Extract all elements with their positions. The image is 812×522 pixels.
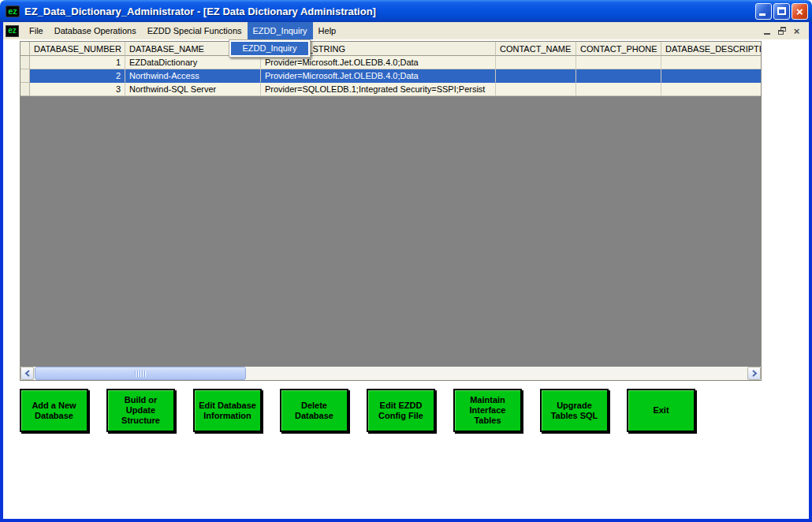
cell-contact-name[interactable] [496, 83, 576, 96]
chevron-left-icon [24, 370, 31, 377]
edit-ezdd-config-file-button[interactable]: Edit EZDD Config File [367, 389, 435, 432]
cell-database-description[interactable] [661, 83, 761, 96]
menu-ezdd-special-functions[interactable]: EZDD Special Functions [142, 22, 248, 39]
table-row[interactable]: 3 Northwind-SQL Server Provider=SQLOLEDB… [20, 83, 761, 96]
grid-corner-stub [20, 42, 30, 56]
scroll-right-button[interactable] [747, 367, 761, 380]
table-row-selected[interactable]: 2 Northwind-Access Provider=Microsoft.Je… [20, 69, 761, 83]
menu-database-operations[interactable]: Database Operations [49, 22, 142, 39]
cell-database-name[interactable]: Northwind-SQL Server [125, 83, 261, 96]
ez-app-icon[interactable]: ez [6, 6, 20, 17]
mdi-minimize-button[interactable] [761, 25, 773, 36]
maintain-interface-tables-button[interactable]: Maintain Interface Tables [453, 389, 522, 432]
add-new-database-button[interactable]: Add a New Database [20, 389, 88, 432]
mdi-minimize-icon [764, 33, 770, 35]
window-body: ez File Database Operations EZDD Special… [0, 22, 812, 522]
ezdd-inquiry-dropdown-menu: EZDD_Inquiry [229, 39, 311, 58]
minimize-button[interactable] [755, 3, 772, 20]
title-bar[interactable]: ez EZ_Data_Dictionary_Administrator - [E… [0, 0, 812, 22]
row-selector[interactable] [20, 56, 30, 69]
menu-ezdd-inquiry[interactable]: EZDD_Inquiry [248, 22, 313, 39]
scrollbar-thumb[interactable] [35, 367, 246, 380]
cell-database-description[interactable] [661, 56, 761, 69]
edit-database-information-button[interactable]: Edit Database Information [193, 389, 262, 432]
mdi-restore-button[interactable] [776, 25, 788, 36]
cell-contact-phone[interactable] [576, 83, 661, 96]
row-selector[interactable] [20, 83, 30, 96]
cell-contact-phone[interactable] [576, 56, 661, 69]
window-title: EZ_Data_Dictionary_Administrator - [EZ D… [24, 6, 755, 17]
grid-empty-area [20, 96, 761, 367]
horizontal-scrollbar[interactable] [20, 367, 761, 380]
mdi-close-icon: × [794, 26, 800, 36]
cell-database-number[interactable]: 2 [30, 69, 125, 83]
action-buttons-row: Add a New Database Build or Update Struc… [20, 389, 695, 432]
cell-database-name[interactable]: EZDataDictionary [125, 56, 261, 69]
cell-database-number[interactable]: 1 [30, 56, 125, 69]
menu-help[interactable]: Help [313, 22, 342, 39]
window-controls: × [755, 3, 808, 20]
mdi-restore-icon [778, 27, 786, 35]
table-row[interactable]: 1 EZDataDictionary Provider=Microsoft.Je… [20, 56, 761, 69]
mdi-window-controls: × [761, 22, 809, 39]
app-window: ez EZ_Data_Dictionary_Administrator - [E… [0, 0, 812, 522]
minimize-icon [759, 13, 765, 16]
build-update-structure-button[interactable]: Build or Update Structure [106, 389, 175, 432]
cell-contact-name[interactable] [496, 56, 576, 69]
menu-file[interactable]: File [24, 22, 49, 39]
column-header-contact-phone: CONTACT_PHONE [576, 42, 661, 56]
upgrade-tables-sql-button[interactable]: Upgrade Tables SQL [540, 389, 609, 432]
scrollbar-track[interactable] [34, 367, 747, 380]
mdi-close-button[interactable]: × [791, 25, 803, 36]
close-icon: × [792, 4, 807, 19]
grid-header-row: DATABASE_NUMBER DATABASE_NAME CONNECT_ST… [20, 42, 761, 56]
column-header-database-number: DATABASE_NUMBER [30, 42, 125, 56]
cell-contact-phone[interactable] [576, 69, 661, 83]
cell-database-description[interactable] [661, 69, 761, 83]
delete-database-button[interactable]: Delete Database [280, 389, 348, 432]
database-grid: DATABASE_NUMBER DATABASE_NAME CONNECT_ST… [20, 41, 762, 381]
column-header-database-description: DATABASE_DESCRIPTION [661, 42, 761, 56]
exit-button[interactable]: Exit [627, 389, 695, 432]
scrollbar-grip-icon [135, 371, 147, 377]
chevron-right-icon [751, 370, 758, 377]
maximize-icon [777, 7, 786, 15]
menu-item-ezdd-inquiry[interactable]: EZDD_Inquiry [231, 42, 308, 55]
cell-connect-string[interactable]: Provider=SQLOLEDB.1;Integrated Security=… [261, 83, 496, 96]
cell-database-number[interactable]: 3 [30, 83, 125, 96]
cell-connect-string[interactable]: Provider=Microsoft.Jet.OLEDB.4.0;Data [261, 56, 496, 69]
menu-bar: ez File Database Operations EZDD Special… [3, 22, 809, 39]
cell-contact-name[interactable] [496, 69, 576, 83]
close-button[interactable]: × [792, 3, 808, 20]
scroll-left-button[interactable] [20, 367, 34, 380]
column-header-contact-name: CONTACT_NAME [496, 42, 576, 56]
maximize-button[interactable] [773, 3, 790, 20]
cell-database-name[interactable]: Northwind-Access [125, 69, 261, 83]
cell-connect-string[interactable]: Provider=Microsoft.Jet.OLEDB.4.0;Data [261, 69, 496, 83]
ez-mdi-child-icon[interactable]: ez [6, 25, 19, 37]
row-selector[interactable] [20, 69, 30, 83]
